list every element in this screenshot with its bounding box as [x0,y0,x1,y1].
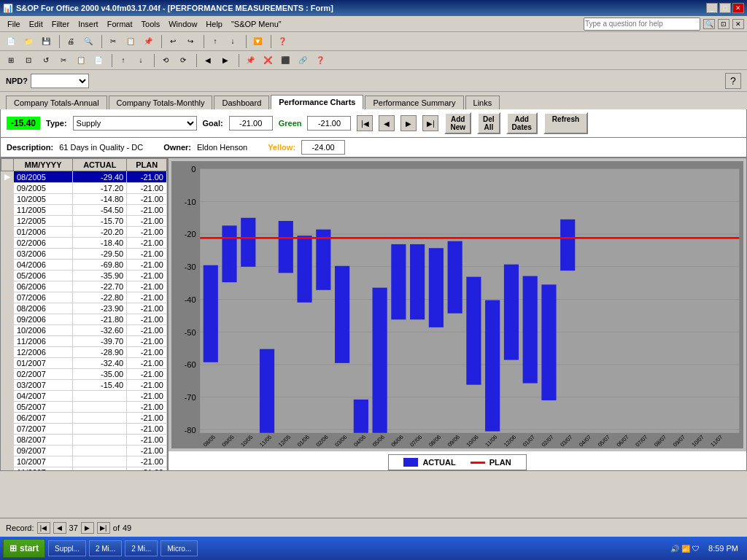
filter-btn[interactable]: 🔽 [249,34,266,49]
menu-file[interactable]: File [3,18,25,30]
new-btn[interactable]: 📄 [3,34,19,49]
table-row[interactable]: 06/2007-21.00 [1,413,167,424]
yellow-value-input[interactable] [301,140,345,155]
table-row[interactable]: 10/2007-21.00 [1,456,167,467]
minimize-button[interactable]: _ [706,3,718,13]
tb2-btn16[interactable]: 🔗 [295,53,311,68]
add-dates-button[interactable]: AddDates [506,112,538,134]
table-row[interactable]: 10/2006-32.60-21.00 [1,325,167,336]
paste-btn[interactable]: 📌 [140,34,156,49]
help-btn[interactable]: ❓ [274,34,290,49]
restore-button[interactable]: □ [719,3,731,13]
menu-window[interactable]: Window [164,18,201,30]
cut-btn[interactable]: ✂ [105,34,121,49]
tb2-btn13[interactable]: 📌 [242,53,258,68]
table-row[interactable]: 09/2006-21.80-21.00 [1,314,167,325]
tb2-btn2[interactable]: ⊡ [20,53,36,68]
tab-company-monthly[interactable]: Company Totals-Monthly [109,96,213,109]
sort-desc-btn[interactable]: ↓ [225,34,241,49]
table-row[interactable]: 04/2006-69.80-21.00 [1,260,167,271]
goal-input[interactable] [229,116,273,131]
help-close-btn[interactable]: ✕ [732,19,744,29]
tab-dashboard[interactable]: Dashboard [214,96,269,109]
table-row[interactable]: 06/2006-22.70-21.00 [1,281,167,292]
tab-links[interactable]: Links [465,96,500,109]
help-icon[interactable]: ? [725,73,741,89]
menu-saop[interactable]: "S&OP Menu" [227,18,286,30]
tb2-btn10[interactable]: ⟳ [175,53,191,68]
menu-tools[interactable]: Tools [137,18,165,30]
undo-btn[interactable]: ↩ [165,34,181,49]
tb2-btn7[interactable]: ↑ [115,53,131,68]
tb2-btn11[interactable]: ◀ [200,53,216,68]
tb2-btn14[interactable]: ❌ [260,53,276,68]
table-row[interactable]: 02/2006-18.40-21.00 [1,238,167,249]
tb2-btn3[interactable]: ↺ [38,53,54,68]
menu-insert[interactable]: Insert [74,18,103,30]
start-button[interactable]: ⊞ start [3,539,45,558]
tb2-btn17[interactable]: ❓ [312,53,328,68]
table-row[interactable]: 08/2006-23.90-21.00 [1,303,167,314]
table-row[interactable]: 11/2006-39.70-21.00 [1,336,167,347]
close-button[interactable]: ✕ [732,3,744,13]
tab-performance-summary[interactable]: Performance Summary [365,96,463,109]
tb2-btn1[interactable]: ⊞ [3,53,19,68]
record-prev-button[interactable]: ◀ [53,522,66,534]
tb2-btn8[interactable]: ↓ [133,53,149,68]
tb2-btn12[interactable]: ▶ [217,53,233,68]
record-last-button[interactable]: ▶| [97,522,110,534]
table-row[interactable]: 07/2007-21.00 [1,424,167,435]
menu-help[interactable]: Help [201,18,227,30]
taskbar-app-4[interactable]: Micro... [160,540,198,556]
npd-dropdown[interactable] [31,74,89,88]
menu-filter[interactable]: Filter [47,18,74,30]
nav-first-button[interactable]: |◀ [357,115,373,131]
table-row[interactable]: 12/2005-15.70-21.00 [1,216,167,227]
table-row[interactable]: 01/2006-20.20-21.00 [1,227,167,238]
table-row[interactable]: 09/2007-21.00 [1,446,167,456]
table-row[interactable]: 11/2007-21.00 [1,467,167,471]
print-btn[interactable]: 🖨 [63,34,79,49]
help-window-btn[interactable]: ⊡ [718,19,729,29]
green-value-input[interactable] [307,116,351,131]
tb2-btn4[interactable]: ✂ [55,53,71,68]
type-dropdown[interactable]: Supply [73,116,197,131]
taskbar-app-1[interactable]: Suppl... [48,540,86,556]
table-row[interactable]: 05/2006-35.90-21.00 [1,271,167,281]
tb2-btn15[interactable]: ⬛ [277,53,293,68]
table-row[interactable]: 02/2007-35.00-21.00 [1,369,167,380]
table-row[interactable]: 10/2005-14.80-21.00 [1,194,167,205]
menu-edit[interactable]: Edit [25,18,47,30]
refresh-button[interactable]: Refresh [543,112,588,134]
record-next-button[interactable]: ▶ [81,522,94,534]
table-row[interactable]: 05/2007-21.00 [1,402,167,413]
menu-format[interactable]: Format [103,18,137,30]
table-row[interactable]: 11/2005-54.50-21.00 [1,205,167,216]
tb2-btn6[interactable]: 📄 [90,53,107,68]
table-row[interactable]: ▶08/2005-29.40-21.00 [1,171,167,183]
nav-prev-button[interactable]: ◀ [379,115,395,131]
taskbar-app-2[interactable]: 2 Mi... [89,540,122,556]
taskbar-app-3[interactable]: 2 Mi... [125,540,158,556]
tb2-btn5[interactable]: 📋 [73,53,89,68]
copy-btn[interactable]: 📋 [123,34,139,49]
redo-btn[interactable]: ↪ [182,34,198,49]
nav-next-button[interactable]: ▶ [400,115,417,131]
preview-btn[interactable]: 🔍 [80,34,96,49]
save-btn[interactable]: 💾 [38,34,54,49]
nav-last-button[interactable]: ▶| [422,115,438,131]
title-bar-buttons[interactable]: _ □ ✕ [706,3,744,13]
table-row[interactable]: 09/2005-17.20-21.00 [1,183,167,194]
del-all-button[interactable]: DelAll [477,112,500,134]
record-first-button[interactable]: |◀ [37,522,50,534]
table-row[interactable]: 07/2006-22.80-21.00 [1,292,167,303]
table-row[interactable]: 08/2007-21.00 [1,435,167,446]
table-row[interactable]: 04/2007-21.00 [1,391,167,402]
table-row[interactable]: 03/2006-29.50-21.00 [1,249,167,260]
open-btn[interactable]: 📁 [20,34,36,49]
tab-company-annual[interactable]: Company Totals-Annual [6,96,107,109]
sort-asc-btn[interactable]: ↑ [207,34,223,49]
help-search-input[interactable] [584,18,700,31]
table-row[interactable]: 01/2007-32.40-21.00 [1,358,167,369]
add-new-button[interactable]: AddNew [444,112,471,134]
